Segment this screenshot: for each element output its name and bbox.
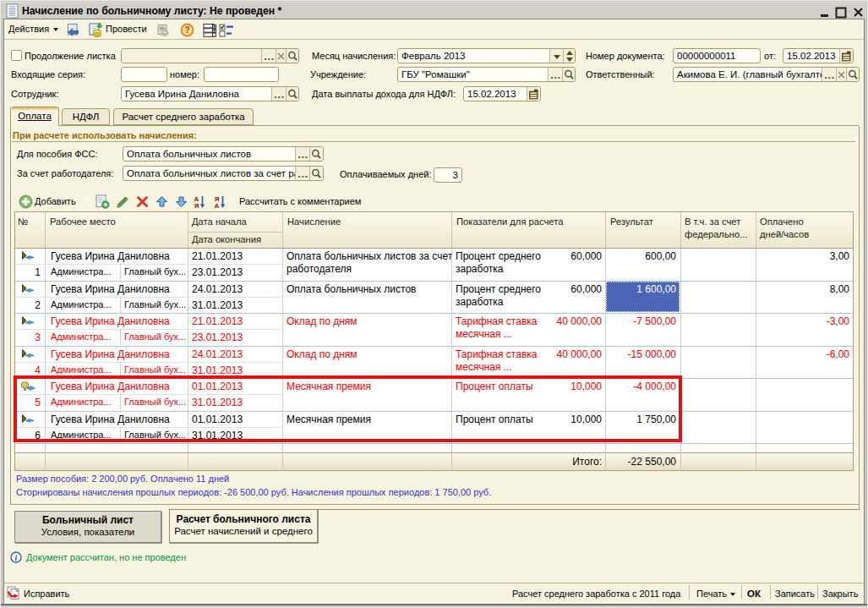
svg-text:?: ? [184,25,189,35]
svg-text:А: А [215,202,220,209]
svg-text:Я: Я [194,202,199,209]
svg-text:i: i [15,553,18,562]
